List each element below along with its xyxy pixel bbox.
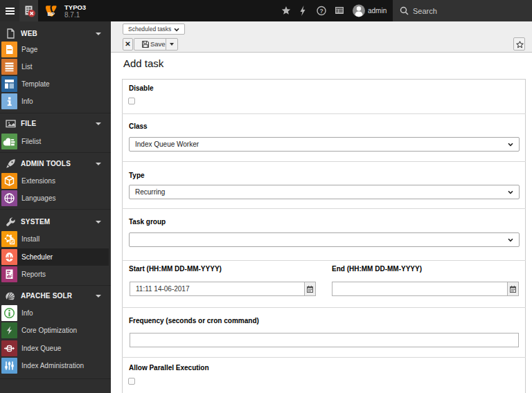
svg-text:BP: BP xyxy=(48,11,55,17)
svg-text:?: ? xyxy=(319,8,323,15)
